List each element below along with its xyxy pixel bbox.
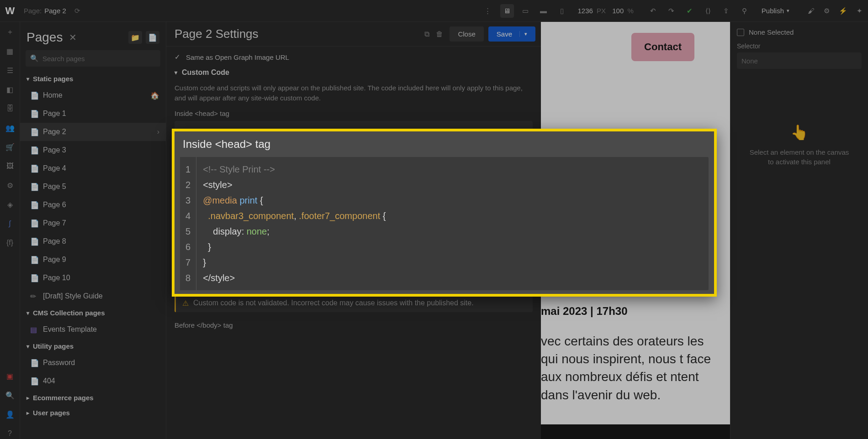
close-icon[interactable]: ✕ [69, 32, 77, 43]
page-icon: 📄 [30, 164, 38, 173]
page-item[interactable]: 📄Page 6 [20, 196, 166, 214]
desktop-icon[interactable]: 🖥 [500, 4, 514, 18]
page-item[interactable]: ✏[Draft] Style Guide [20, 287, 166, 305]
add-icon[interactable]: ＋ [5, 26, 16, 37]
code-icon[interactable]: ⟨⟩ [702, 5, 714, 17]
style-panel: None Selected Selector None 👆 Select an … [730, 22, 868, 439]
cms-icon[interactable]: 🗄 [5, 103, 16, 114]
settings-title: Page 2 Settings [175, 27, 259, 41]
page-item[interactable]: 📄404 [20, 372, 166, 390]
page-item-label: Page 3 [43, 146, 66, 154]
page-item[interactable]: 📄Page 3 [20, 141, 166, 159]
home-icon: 🏠 [150, 91, 159, 100]
style-placeholder: 👆 Select an element on the canvas to act… [737, 124, 862, 167]
status-ok-icon[interactable]: ✔ [684, 5, 696, 17]
canvas-footer-edge [541, 424, 730, 439]
warning-icon: ⚠ [182, 299, 189, 308]
pages-panel-title: Pages [26, 30, 63, 45]
users-icon[interactable]: 👥 [5, 122, 16, 133]
selector-value: None [741, 57, 758, 65]
page-item[interactable]: 📄Page 4 [20, 159, 166, 178]
selector-label: Selector [737, 42, 862, 50]
more-icon[interactable]: ⋮ [484, 7, 491, 15]
page-icon: 📄 [30, 359, 38, 367]
page-item[interactable]: 📄Page 8 [20, 232, 166, 251]
search-rail-icon[interactable]: 🔍 [5, 390, 16, 401]
head-tag-label: Inside <head> tag [175, 110, 533, 117]
search-input[interactable]: 🔍 Search pages [26, 50, 160, 67]
export-icon[interactable]: ⇪ [720, 5, 732, 17]
page-icon: 📄 [30, 146, 38, 155]
selector-input[interactable]: None [737, 52, 862, 69]
close-button[interactable]: Close [450, 26, 483, 42]
ecommerce-pages-section[interactable]: ▸ Ecommerce pages [20, 390, 166, 405]
logic-icon[interactable]: ∫ [5, 218, 16, 229]
page-item-label: Events Template [43, 325, 97, 334]
utility-pages-label: Utility pages [33, 342, 74, 350]
copy-icon[interactable]: ⧉ [424, 30, 429, 38]
variables-icon[interactable]: {f} [5, 237, 16, 248]
canvas-body-text: vec certains des orateurs les qui nous i… [541, 332, 730, 404]
code-body[interactable]: <!-- Style Print --><style>@media print … [196, 157, 392, 290]
new-page-button[interactable]: 📄 [146, 31, 159, 44]
check-icon: ✓ [175, 53, 180, 61]
effects-icon[interactable]: ✦ [857, 7, 863, 15]
contact-button[interactable]: Contact [631, 33, 694, 61]
page-item[interactable]: 📄Page 10 [20, 269, 166, 287]
page-item[interactable]: 📄Home🏠 [20, 86, 166, 105]
og-checkbox-row[interactable]: ✓ Same as Open Graph Image URL [175, 53, 533, 61]
warning-bar: ⚠ Custom code is not validated. Incorrec… [175, 294, 533, 312]
save-button[interactable]: Save ▾ [488, 26, 535, 42]
page-icon: ✏ [30, 292, 38, 301]
undo-icon[interactable]: ↶ [647, 5, 659, 17]
settings-rail-icon[interactable]: ⚙ [5, 180, 16, 191]
new-folder-button[interactable]: 📁 [128, 31, 142, 44]
page-item[interactable]: 📄Page 7 [20, 214, 166, 232]
page-item-label: Page 2 [43, 128, 66, 136]
user-pages-section[interactable]: ▸ User pages [20, 405, 166, 420]
help-icon[interactable]: ? [5, 428, 16, 439]
share-icon[interactable]: ⚲ [739, 5, 751, 17]
tablet-landscape-icon[interactable]: ▬ [537, 4, 550, 18]
interactions-icon[interactable]: ⚡ [839, 7, 847, 15]
mobile-icon[interactable]: ▯ [555, 4, 569, 18]
ecommerce-icon[interactable]: 🛒 [5, 141, 16, 152]
page-item[interactable]: 📄Page 2› [20, 123, 166, 141]
caret-right-icon: ▸ [26, 395, 29, 401]
page-item-label: Page 9 [43, 256, 66, 264]
page-item[interactable]: 📄Page 1 [20, 105, 166, 123]
publish-button[interactable]: Publish ▾ [757, 5, 794, 16]
assets-icon[interactable]: 🖼 [5, 161, 16, 172]
cms-pages-section[interactable]: ▾ CMS Collection pages [20, 305, 166, 320]
brush-icon[interactable]: 🖌 [808, 7, 815, 15]
page-item[interactable]: ▤Events Template [20, 320, 166, 339]
warning-text: Custom code is not validated. Incorrect … [193, 299, 474, 307]
gear-icon[interactable]: ⚙ [824, 7, 830, 15]
page-item[interactable]: 📄Page 9 [20, 251, 166, 269]
utility-pages-section[interactable]: ▾ Utility pages [20, 339, 166, 354]
navigator-icon[interactable]: ☰ [5, 65, 16, 76]
custom-code-help: Custom code and scripts will only appear… [175, 83, 533, 103]
top-bar: W Page: Page 2 ⟳ ⋮ 🖥 ▭ ▬ ▯ 1236 PX 100 %… [0, 0, 868, 22]
page-item[interactable]: 📄Password [20, 354, 166, 372]
placeholder-text: Select an element on the canvas to activ… [737, 147, 862, 167]
team-icon[interactable]: 👤 [5, 409, 16, 420]
current-page-name[interactable]: Page 2 [44, 7, 66, 15]
pages-icon[interactable]: ▦ [5, 46, 16, 57]
search-icon: 🔍 [30, 54, 39, 63]
tablet-icon[interactable]: ▭ [519, 4, 532, 18]
delete-icon[interactable]: 🗑 [436, 30, 443, 38]
redo-icon[interactable]: ↷ [666, 5, 677, 17]
apps-icon[interactable]: ◈ [5, 199, 16, 210]
pages-panel: Pages ✕ 📁 📄 🔍 Search pages ▾ Static page… [20, 22, 166, 439]
ecommerce-pages-label: Ecommerce pages [33, 394, 94, 402]
page-item[interactable]: 📄Page 5 [20, 178, 166, 196]
static-pages-section[interactable]: ▾ Static pages [20, 71, 166, 86]
audit-icon[interactable]: ▣ [5, 371, 16, 382]
components-icon[interactable]: ◧ [5, 84, 16, 95]
save-dropdown-icon[interactable]: ▾ [519, 31, 527, 37]
webflow-logo[interactable]: W [4, 5, 16, 17]
reload-icon[interactable]: ⟳ [74, 7, 80, 15]
custom-code-section-header[interactable]: ▾ Custom Code [175, 68, 533, 77]
code-editor[interactable]: 12345678 <!-- Style Print --><style>@med… [180, 157, 709, 290]
